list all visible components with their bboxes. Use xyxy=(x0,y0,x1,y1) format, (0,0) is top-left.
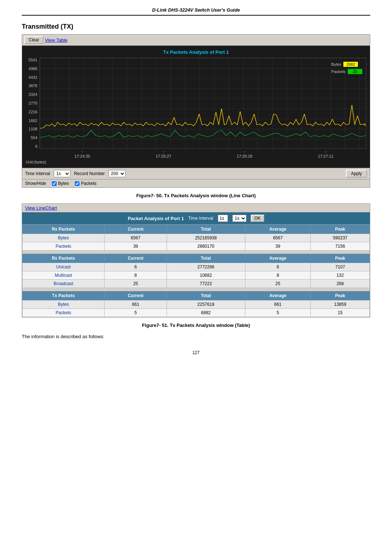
col-total: Total xyxy=(167,225,245,234)
chart-container: Tx Packets Analysis of Port 1 5541 4986 … xyxy=(22,45,370,168)
chart-legend: Bytes 2682 Packets 20 xyxy=(331,62,362,74)
chart-plot: Bytes 2682 Packets 20 xyxy=(40,58,366,149)
table-time-interval-input[interactable] xyxy=(218,215,228,222)
section-divider-2 xyxy=(23,288,370,291)
packets-checkbox[interactable] xyxy=(75,181,79,186)
legend-packets: Packets 20 xyxy=(331,69,362,74)
table-row: Bytes 6567 252165938 6567 590237 xyxy=(23,234,370,242)
header-title: D-Link DHS-3224V Switch User's Guide xyxy=(152,7,240,13)
y-axis: 5541 4986 4432 3878 3324 2770 2216 1662 … xyxy=(26,58,40,149)
tx-packets-header: Tx Packets Current Total Average Peak xyxy=(23,291,370,300)
svg-marker-0 xyxy=(364,123,366,125)
view-table-link[interactable]: View Table xyxy=(45,37,68,43)
table-row: Packets 39 2860170 39 7156 xyxy=(23,242,370,251)
tx-packets-label: Tx Packets xyxy=(23,291,105,300)
packets-checkbox-label[interactable]: Packets xyxy=(75,181,97,186)
controls-row: Time Interval 1s 5s 10s Record Number 20… xyxy=(22,168,370,179)
info-text: The information is described as follows: xyxy=(22,334,370,339)
chart-title: Tx Packets Analysis of Port 1 xyxy=(26,49,366,55)
table-header-bar: Packet Analysis of Port 1 Time Interval … xyxy=(22,212,370,224)
rx-packets-label: Rx Packets xyxy=(23,225,105,234)
col-current: Current xyxy=(105,225,167,234)
x-axis: ↑ 17:24:35 ↑ 17:25:27 ↑ 17:26:18 ↑ 17:27… xyxy=(26,150,366,158)
table-time-interval-label: Time Interval xyxy=(188,216,213,221)
section-divider xyxy=(23,251,370,254)
chart-toolbar: Clear View Table xyxy=(22,34,370,45)
chart-svg xyxy=(40,58,366,148)
table-row: Multicast 8 10682 8 132 xyxy=(23,271,370,280)
table-row: Bytes 661 2257619 661 13859 xyxy=(23,300,370,309)
apply-button[interactable]: Apply xyxy=(346,170,367,178)
bytes-checkbox[interactable] xyxy=(52,181,57,186)
table-row: Unicast 6 2772266 6 7107 xyxy=(23,263,370,271)
table-toolbar: View LineChart xyxy=(22,203,370,212)
ok-button[interactable]: OK xyxy=(251,215,264,222)
show-hide-label: Show/Hide xyxy=(25,181,46,186)
show-hide-row: Show/Hide Bytes Packets xyxy=(22,179,370,188)
figure1-caption: Figure7- 50. Tx Packets Analysis window … xyxy=(22,193,370,198)
figure2-caption: Figure7- 51. Tx Packets Analysis window … xyxy=(22,323,370,328)
rx-packets-header-1: Rx Packets Current Total Average Peak xyxy=(23,225,370,234)
bytes-checkbox-label[interactable]: Bytes xyxy=(52,181,69,186)
col-average: Average xyxy=(245,225,311,234)
rx-packets-label-2: Rx Packets xyxy=(23,254,105,263)
record-number-label: Record Number xyxy=(74,171,105,176)
packets-value: 20 xyxy=(348,69,362,74)
table-time-interval-select[interactable]: 1s xyxy=(232,215,246,222)
table-row: Packets 5 6882 5 15 xyxy=(23,309,370,317)
clear-button[interactable]: Clear xyxy=(24,36,44,44)
view-line-chart-link[interactable]: View LineChart xyxy=(25,205,57,211)
table-header-title: Packet Analysis of Port 1 xyxy=(128,216,184,221)
page-number: 127 xyxy=(22,350,370,355)
section-title: Transmitted (TX) xyxy=(22,23,370,31)
packet-analysis-table: Rx Packets Current Total Average Peak By… xyxy=(22,224,370,317)
time-interval-label: Time Interval xyxy=(25,171,50,176)
legend-bytes: Bytes 2682 xyxy=(331,62,362,67)
chart-area: 5541 4986 4432 3878 3324 2770 2216 1662 … xyxy=(26,58,366,149)
table-row: Broadcast 25 77222 25 268 xyxy=(23,280,370,288)
rx-packets-header-2: Rx Packets Current Total Average Peak xyxy=(23,254,370,263)
data-table-wrapper: Rx Packets Current Total Average Peak By… xyxy=(22,224,370,317)
unit-label: Unit:(bytes) xyxy=(26,160,366,164)
time-interval-select[interactable]: 1s 5s 10s xyxy=(54,170,70,177)
bytes-value: 2682 xyxy=(343,62,358,67)
page-header: D-Link DHS-3224V Switch User's Guide xyxy=(22,7,370,16)
col-peak: Peak xyxy=(311,225,370,234)
record-number-select[interactable]: 200 100 50 xyxy=(109,170,126,177)
